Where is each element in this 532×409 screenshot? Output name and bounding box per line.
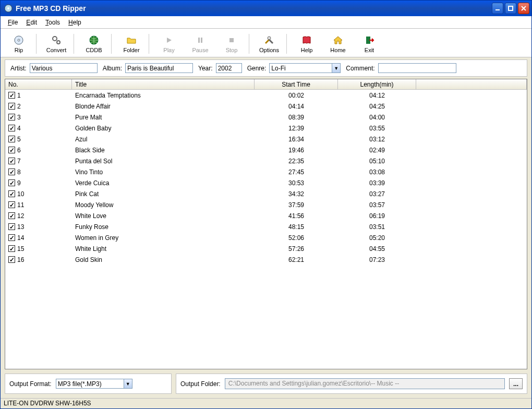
track-title: Blonde Affair bbox=[72, 103, 255, 110]
output-folder-label: Output Folder: bbox=[180, 380, 221, 388]
checkbox[interactable]: ✓ bbox=[8, 92, 15, 99]
svg-rect-11 bbox=[229, 38, 234, 42]
track-title: Punta del Sol bbox=[72, 158, 255, 165]
table-row[interactable]: ✓9Verde Cuica30:5303:39 bbox=[5, 177, 527, 188]
checkbox[interactable]: ✓ bbox=[8, 136, 15, 142]
output-format-input[interactable] bbox=[56, 379, 124, 389]
table-row[interactable]: ✓14Women in Grey52:0605:20 bbox=[5, 232, 527, 243]
checkbox[interactable]: ✓ bbox=[8, 223, 15, 230]
col-no[interactable]: No. bbox=[5, 79, 72, 89]
track-start: 52:06 bbox=[255, 234, 338, 242]
table-row[interactable]: ✓13Funky Rose48:1503:51 bbox=[5, 221, 527, 232]
col-length[interactable]: Length(min) bbox=[338, 79, 416, 89]
track-start: 00:02 bbox=[255, 92, 338, 99]
checkbox[interactable]: ✓ bbox=[8, 190, 15, 197]
cddb-button[interactable]: CDDB bbox=[79, 32, 109, 56]
track-no: 10 bbox=[17, 190, 24, 198]
table-row[interactable]: ✓6Black Side19:4602:49 bbox=[5, 145, 527, 155]
table-row[interactable]: ✓5Azul16:3403:12 bbox=[5, 134, 527, 145]
toolbar: Rip Convert CDDB Folder Play Pause Stop … bbox=[1, 29, 531, 57]
col-title[interactable]: Title bbox=[72, 79, 255, 89]
exit-button[interactable]: Exit bbox=[354, 32, 384, 56]
table-row[interactable]: ✓15White Light57:2604:55 bbox=[5, 243, 527, 254]
table-row[interactable]: ✓8Vino Tinto27:4503:08 bbox=[5, 166, 527, 177]
checkbox[interactable]: ✓ bbox=[8, 125, 15, 131]
status-bar: LITE-ON DVDRW SHW-16H5S bbox=[1, 398, 531, 408]
maximize-button[interactable] bbox=[505, 3, 516, 14]
checkbox[interactable]: ✓ bbox=[8, 256, 15, 263]
track-title: Pure Malt bbox=[72, 114, 255, 121]
titlebar[interactable]: Free MP3 CD Ripper bbox=[1, 1, 531, 16]
table-row[interactable]: ✓1Encarnada Temptations00:0204:12 bbox=[5, 90, 527, 101]
col-start[interactable]: Start Time bbox=[255, 79, 338, 89]
genre-combo[interactable]: ▼ bbox=[269, 63, 341, 73]
help-button[interactable]: Help bbox=[292, 32, 322, 56]
close-button[interactable] bbox=[518, 3, 529, 14]
tools-icon bbox=[263, 34, 275, 46]
track-title: Black Side bbox=[72, 147, 255, 154]
svg-rect-2 bbox=[495, 9, 500, 10]
genre-label: Genre: bbox=[247, 65, 267, 72]
checkbox[interactable]: ✓ bbox=[8, 201, 15, 208]
track-list: No. Title Start Time Length(min) ✓1Encar… bbox=[5, 79, 527, 369]
track-title: Funky Rose bbox=[72, 223, 255, 231]
checkbox[interactable]: ✓ bbox=[8, 169, 15, 175]
pause-button[interactable]: Pause bbox=[185, 32, 215, 56]
table-row[interactable]: ✓12White Love41:5606:19 bbox=[5, 210, 527, 221]
checkbox[interactable]: ✓ bbox=[8, 179, 15, 186]
book-icon bbox=[301, 34, 312, 46]
checkbox[interactable]: ✓ bbox=[8, 114, 15, 121]
checkbox[interactable]: ✓ bbox=[8, 234, 15, 241]
track-title: Gold Skin bbox=[72, 256, 255, 263]
menu-tools[interactable]: Tools bbox=[41, 18, 64, 27]
options-button[interactable]: Options bbox=[254, 32, 284, 56]
checkbox[interactable]: ✓ bbox=[8, 103, 15, 110]
checkbox[interactable]: ✓ bbox=[8, 212, 15, 219]
track-no: 1 bbox=[17, 92, 21, 99]
year-input[interactable] bbox=[216, 63, 242, 73]
output-format-label: Output Format: bbox=[9, 380, 52, 388]
home-icon bbox=[332, 34, 344, 46]
artist-input[interactable] bbox=[30, 63, 98, 73]
album-input[interactable] bbox=[125, 63, 193, 73]
window-title: Free MP3 CD Ripper bbox=[16, 4, 492, 13]
menu-edit[interactable]: Edit bbox=[22, 18, 41, 27]
table-row[interactable]: ✓2Blonde Affair04:1404:25 bbox=[5, 101, 527, 112]
chevron-down-icon[interactable]: ▼ bbox=[332, 63, 341, 73]
output-format-combo[interactable]: ▼ bbox=[56, 379, 132, 389]
checkbox[interactable]: ✓ bbox=[8, 245, 15, 252]
track-no: 3 bbox=[17, 114, 21, 121]
chevron-down-icon[interactable]: ▼ bbox=[124, 379, 132, 389]
menu-help[interactable]: Help bbox=[64, 18, 86, 27]
convert-button[interactable]: Convert bbox=[41, 32, 71, 56]
table-row[interactable]: ✓11Moody Yellow37:5903:57 bbox=[5, 199, 527, 210]
track-title: Moody Yellow bbox=[72, 201, 255, 209]
table-row[interactable]: ✓4Golden Baby12:3903:55 bbox=[5, 123, 527, 134]
svg-rect-3 bbox=[509, 6, 513, 10]
folder-button[interactable]: Folder bbox=[116, 32, 147, 56]
track-length: 04:55 bbox=[338, 245, 416, 252]
table-row[interactable]: ✓10Pink Cat34:3203:27 bbox=[5, 188, 527, 199]
bottom-panels: Output Format: ▼ Output Folder: C:\Docum… bbox=[5, 374, 527, 394]
table-row[interactable]: ✓7Punta del Sol22:3505:10 bbox=[5, 155, 527, 166]
col-pad bbox=[416, 79, 527, 89]
home-button[interactable]: Home bbox=[323, 32, 353, 56]
checkbox[interactable]: ✓ bbox=[8, 158, 15, 164]
table-row[interactable]: ✓3Pure Malt08:3904:00 bbox=[5, 112, 527, 123]
play-button[interactable]: Play bbox=[154, 32, 184, 56]
browse-button[interactable]: ... bbox=[509, 378, 523, 389]
list-body[interactable]: ✓1Encarnada Temptations00:0204:12✓2Blond… bbox=[5, 90, 527, 369]
minimize-button[interactable] bbox=[492, 3, 503, 14]
menu-file[interactable]: File bbox=[4, 18, 22, 27]
track-start: 08:39 bbox=[255, 114, 338, 121]
menubar: File Edit Tools Help bbox=[1, 16, 531, 29]
comment-input[interactable] bbox=[378, 63, 456, 73]
table-row[interactable]: ✓16Gold Skin62:2107:23 bbox=[5, 254, 527, 265]
track-start: 62:21 bbox=[255, 256, 338, 263]
stop-button[interactable]: Stop bbox=[216, 32, 247, 56]
rip-button[interactable]: Rip bbox=[4, 32, 34, 56]
track-start: 22:35 bbox=[255, 158, 338, 165]
checkbox[interactable]: ✓ bbox=[8, 147, 15, 153]
track-no: 5 bbox=[17, 136, 21, 143]
genre-input[interactable] bbox=[269, 63, 332, 73]
